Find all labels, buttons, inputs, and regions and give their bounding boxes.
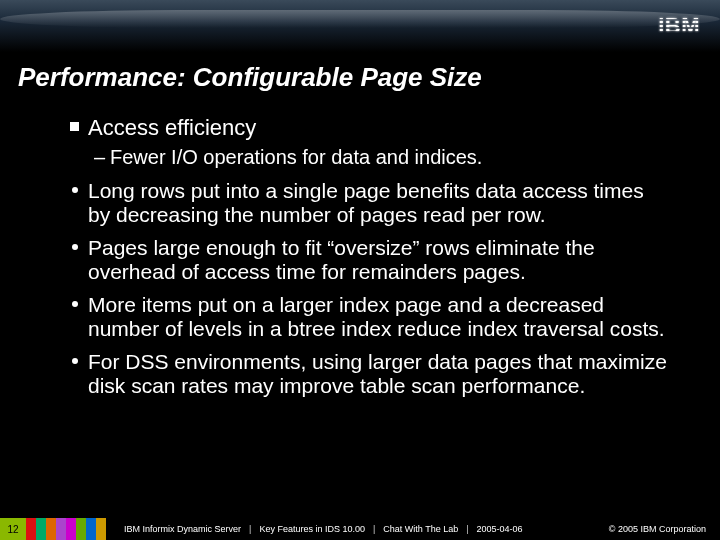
footer-text: IBM Informix Dynamic Server | Key Featur… — [106, 518, 609, 540]
ibm-logo: IBM — [658, 13, 700, 39]
bullet-item: More items put on a larger index page an… — [70, 293, 670, 340]
footer-deck: Key Features in IDS 10.00 — [259, 524, 365, 534]
bullet-level1: Access efficiency — [70, 115, 670, 141]
header-bar: IBM — [0, 0, 720, 52]
color-stripes — [26, 518, 106, 540]
bullet-level2: Fewer I/O operations for data and indice… — [94, 145, 670, 169]
footer-series: Chat With The Lab — [383, 524, 458, 534]
separator-icon: | — [245, 524, 255, 534]
bullet-item: Pages large enough to fit “oversize” row… — [70, 236, 670, 283]
separator-icon: | — [462, 524, 472, 534]
bullet-item: Long rows put into a single page benefit… — [70, 179, 670, 226]
slide-body: Access efficiency Fewer I/O operations f… — [0, 105, 720, 518]
separator-icon: | — [369, 524, 379, 534]
footer: 12 IBM Informix Dynamic Server | Key Fea… — [0, 518, 720, 540]
slide: IBM Performance: Configurable Page Size … — [0, 0, 720, 540]
footer-copyright: © 2005 IBM Corporation — [609, 518, 720, 540]
page-number: 12 — [0, 518, 26, 540]
bullet-item: For DSS environments, using larger data … — [70, 350, 670, 397]
footer-product: IBM Informix Dynamic Server — [124, 524, 241, 534]
footer-date: 2005-04-06 — [477, 524, 523, 534]
slide-title: Performance: Configurable Page Size — [0, 52, 720, 105]
